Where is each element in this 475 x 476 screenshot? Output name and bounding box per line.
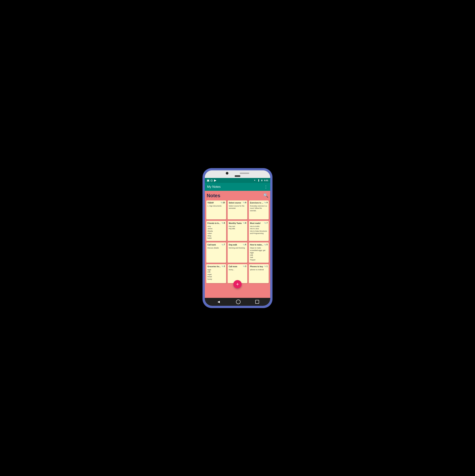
note-title-n5: Monthly Tasks: [229, 222, 243, 224]
add-note-fab[interactable]: +: [233, 280, 242, 289]
note-body-n11: Every...: [229, 269, 246, 271]
app-title: My Notes: [207, 185, 221, 189]
note-title-n11: Call mom: [229, 265, 243, 268]
paperclip-icon-n1: 📎: [220, 201, 223, 204]
note-card-n7[interactable]: Call bank📎7Discuss details: [206, 242, 226, 263]
paperclip-icon-n9: 📎: [264, 243, 267, 246]
note-card-n6[interactable]: Must reads!📎7Into to Kotlin Into to Java…: [249, 221, 269, 241]
note-title-n4: Friends to In...: [207, 222, 222, 224]
overflow-menu-button[interactable]: ⋮: [264, 185, 268, 189]
note-card-n8[interactable]: Dog walk📎6Morning and Evening: [228, 242, 248, 263]
note-count-n6: 7: [266, 222, 268, 224]
notes-heading: Notes: [207, 193, 220, 199]
status-icons-left: ▣ ◎ ▶: [207, 179, 217, 182]
paperclip-icon-n11: 📎: [243, 265, 245, 268]
search-button[interactable]: 🔍: [263, 193, 268, 198]
front-camera: [226, 172, 228, 174]
note-body-n3: Everyday exercise is a must. follow the …: [250, 205, 268, 212]
paperclip-icon-n12: 📎: [264, 265, 267, 268]
paperclip-icon-n8: 📎: [243, 243, 245, 246]
paperclip-icon-n2: 📎: [243, 201, 245, 204]
note-title-n10: Groceries for...: [207, 265, 222, 268]
note-card-n9[interactable]: How to make...📎5Steps to make scrambled …: [249, 242, 269, 263]
file-status-icon: ▣: [207, 179, 209, 182]
note-title-n9: How to make...: [250, 244, 264, 246]
paperclip-icon-n3: 📎: [264, 201, 267, 204]
signal-icon: ▐: [257, 179, 260, 182]
note-title-n8: Dog walk: [229, 244, 243, 246]
circle-status-icon: ◎: [210, 179, 213, 182]
note-body-n9: Steps to make scrambled eggs: get eggs m…: [250, 247, 268, 261]
note-title-n6: Must reads!: [250, 222, 264, 224]
app-bar: My Notes ⋮: [205, 183, 270, 191]
note-card-n3[interactable]: Exercises to ...📎9Everyday exercise is a…: [249, 201, 269, 219]
notes-grid: TODAY📎101. Sign documentsSelect course📎9…: [206, 201, 269, 283]
status-bar: ▣ ◎ ▶ ▼ ▐ ▮ 6:01: [205, 178, 270, 183]
note-count-n11: 3: [245, 265, 246, 267]
paperclip-icon-n5: 📎: [243, 222, 245, 224]
note-body-n5: Pay rent Pay bills: [229, 225, 246, 230]
note-count-n5: 8: [245, 222, 246, 224]
phone-top-bar: [205, 170, 270, 178]
battery-icon: ▮: [261, 179, 263, 182]
note-count-n9: 5: [266, 244, 268, 246]
note-count-n1: 10: [223, 202, 225, 204]
time-display: 6:01: [264, 179, 268, 182]
nav-bar: ◀: [205, 298, 270, 306]
paperclip-icon-n4: 📎: [221, 222, 224, 224]
note-body-n7: Discuss details: [207, 247, 225, 249]
note-body-n1: 1. Sign documents: [207, 205, 225, 207]
phone-screen: ▣ ◎ ▶ ▼ ▐ ▮ 6:01 My Notes ⋮ Notes 🔍: [205, 170, 270, 306]
note-count-n7: 7: [224, 244, 225, 246]
note-count-n8: 6: [245, 244, 246, 246]
camera-area: [226, 172, 249, 174]
note-card-n1[interactable]: TODAY📎101. Sign documents: [206, 201, 226, 219]
note-title-n12: Phones to buy: [250, 265, 264, 268]
phone-device: ▣ ◎ ▶ ▼ ▐ ▮ 6:01 My Notes ⋮ Notes 🔍: [203, 168, 272, 308]
note-body-n12: Iphone vs Android: [250, 269, 268, 271]
note-card-n4[interactable]: Friends to In...📎8Amy James Sheela Adam …: [206, 221, 226, 241]
wifi-icon: ▼: [253, 179, 256, 182]
play-status-icon: ▶: [214, 179, 217, 182]
note-count-n4: 8: [224, 222, 225, 224]
note-count-n12: 1: [266, 265, 268, 267]
note-card-n2[interactable]: Select course📎9Select course for the sem…: [228, 201, 248, 219]
note-title-n3: Exercises to ...: [250, 202, 264, 204]
paperclip-icon-n10: 📎: [221, 265, 224, 268]
notes-header: Notes 🔍: [206, 193, 269, 199]
note-count-n10: 3: [224, 265, 225, 267]
note-title-n1: TODAY: [207, 202, 221, 204]
note-card-n12[interactable]: Phones to buy📎1Iphone vs Android: [249, 264, 269, 283]
note-count-n3: 9: [266, 202, 268, 204]
note-body-n6: Into to Kotlin Into to Java Into to Data…: [250, 225, 268, 235]
paperclip-icon-n7: 📎: [221, 243, 224, 246]
app-content[interactable]: Notes 🔍 TODAY📎101. Sign documentsSelect …: [205, 191, 270, 298]
speaker-grille: [240, 173, 249, 174]
paperclip-icon-n6: 📎: [264, 222, 267, 224]
recents-button[interactable]: [255, 300, 259, 304]
note-count-n2: 9: [245, 202, 246, 204]
note-body-n2: Select course for the semester: [229, 205, 246, 209]
note-title-n7: Call bank: [207, 244, 222, 246]
note-body-n8: Morning and Evening: [229, 247, 246, 249]
back-button[interactable]: ◀: [216, 299, 221, 305]
note-body-n10: eggs milk sugar bread honey: [207, 269, 225, 280]
note-title-n2: Select course: [229, 202, 243, 204]
note-card-n5[interactable]: Monthly Tasks📎8Pay rent Pay bills: [228, 221, 248, 241]
front-sensor: [235, 175, 240, 177]
note-card-n10[interactable]: Groceries for...📎3eggs milk sugar bread …: [206, 264, 226, 283]
home-button[interactable]: [236, 300, 240, 304]
note-body-n4: Amy James Sheela Adam Shay butter: [207, 225, 225, 240]
status-icons-right: ▼ ▐ ▮ 6:01: [253, 179, 268, 182]
